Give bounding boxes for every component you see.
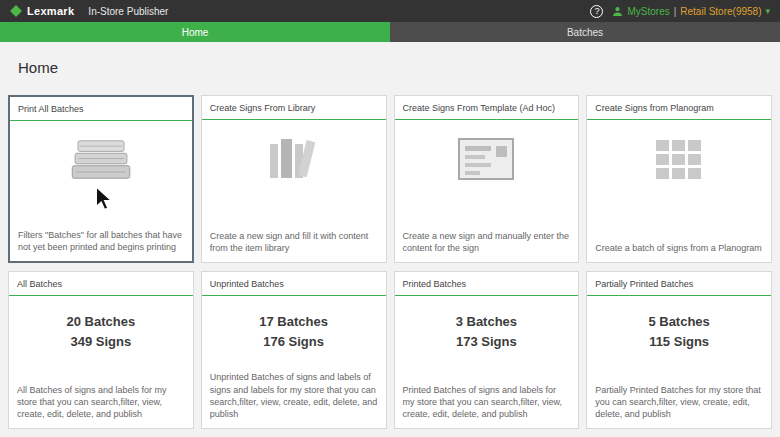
signs-count: 115 Signs (648, 332, 709, 352)
card-description: Create a batch of signs from a Planogram (587, 236, 771, 262)
card-title: All Batches (9, 272, 193, 296)
card-title: Create Signs From Template (Ad Hoc) (395, 96, 579, 120)
counts: 5 Batches 115 Signs (648, 312, 709, 352)
counts: 3 Batches 173 Signs (456, 312, 517, 352)
card-print-all-batches[interactable]: Print All Batches Filters "Batches" for … (8, 95, 194, 263)
library-icon (266, 136, 322, 182)
brand-name: Lexmark (27, 5, 74, 17)
card-body: 5 Batches 115 Signs Partially Printed Ba… (587, 296, 771, 428)
card-body: 20 Batches 349 Signs All Batches of sign… (9, 296, 193, 428)
batches-count: 17 Batches (259, 312, 328, 332)
card-unprinted-batches[interactable]: Unprinted Batches 17 Batches 176 Signs U… (201, 271, 387, 429)
card-body: Filters "Batches" for all batches that h… (10, 121, 192, 261)
card-title: Create Signs From Library (202, 96, 386, 120)
signs-count: 173 Signs (456, 332, 517, 352)
card-title: Unprinted Batches (202, 272, 386, 296)
card-title: Create Signs from Planogram (587, 96, 771, 120)
signs-count: 349 Signs (67, 332, 136, 352)
card-description: Partially Printed Batches for my store t… (587, 378, 771, 428)
card-body: Create a new sign and manually enter the… (395, 120, 579, 262)
card-create-signs-from-template[interactable]: Create Signs From Template (Ad Hoc) Crea… (394, 95, 580, 263)
counts: 17 Batches 176 Signs (259, 312, 328, 352)
card-title: Print All Batches (10, 97, 192, 121)
batches-count: 20 Batches (67, 312, 136, 332)
card-description: Create a new sign and manually enter the… (395, 224, 579, 262)
card-description: All Batches of signs and labels for my s… (9, 378, 193, 428)
user-person-icon (612, 6, 623, 17)
user-menu-separator: | (674, 6, 677, 17)
page-title: Home (18, 59, 762, 76)
mystores-label: MyStores (627, 6, 669, 17)
card-body: 17 Batches 176 Signs Unprinted Batches o… (202, 296, 386, 428)
template-icon (457, 136, 515, 182)
card-title: Printed Batches (395, 272, 579, 296)
batches-count: 3 Batches (456, 312, 517, 332)
card-description: Filters "Batches" for all batches that h… (10, 223, 192, 261)
card-title: Partially Printed Batches (587, 272, 771, 296)
tabbar: Home Batches (0, 22, 780, 42)
store-label: Retail Store(9958) (680, 6, 761, 17)
topbar: Lexmark In-Store Publisher ? MyStores | … (0, 0, 780, 22)
tab-home[interactable]: Home (0, 22, 390, 42)
card-body: Create a batch of signs from a Planogram (587, 120, 771, 262)
lexmark-brand: Lexmark (10, 5, 74, 17)
lexmark-logo-icon (10, 5, 22, 17)
card-description: Unprinted Batches of signs and labels of… (202, 365, 386, 428)
planogram-icon (654, 136, 704, 182)
page-heading-wrap: Home (0, 42, 780, 95)
card-create-signs-from-library[interactable]: Create Signs From Library Create a new s… (201, 95, 387, 263)
chevron-down-icon: ▾ (765, 6, 770, 16)
card-create-signs-from-planogram[interactable]: Create Signs from Planogram Create a bat… (586, 95, 772, 263)
signs-count: 176 Signs (259, 332, 328, 352)
card-printed-batches[interactable]: Printed Batches 3 Batches 173 Signs Prin… (394, 271, 580, 429)
batches-count: 5 Batches (648, 312, 709, 332)
help-icon[interactable]: ? (590, 5, 603, 18)
card-description: Create a new sign and fill it with conte… (202, 224, 386, 262)
print-stack-icon (70, 137, 132, 183)
tab-batches[interactable]: Batches (390, 22, 780, 42)
card-body: Create a new sign and fill it with conte… (202, 120, 386, 262)
card-description: Printed Batches of signs and labels for … (395, 378, 579, 428)
app-title: In-Store Publisher (88, 6, 168, 17)
card-body: 3 Batches 173 Signs Printed Batches of s… (395, 296, 579, 428)
user-store-menu[interactable]: MyStores | Retail Store(9958) ▾ (612, 6, 770, 17)
card-partially-printed-batches[interactable]: Partially Printed Batches 5 Batches 115 … (586, 271, 772, 429)
counts: 20 Batches 349 Signs (67, 312, 136, 352)
card-all-batches[interactable]: All Batches 20 Batches 349 Signs All Bat… (8, 271, 194, 429)
card-grid: Print All Batches Filters "Batches" for … (0, 95, 780, 429)
topbar-right: ? MyStores | Retail Store(9958) ▾ (590, 5, 770, 18)
